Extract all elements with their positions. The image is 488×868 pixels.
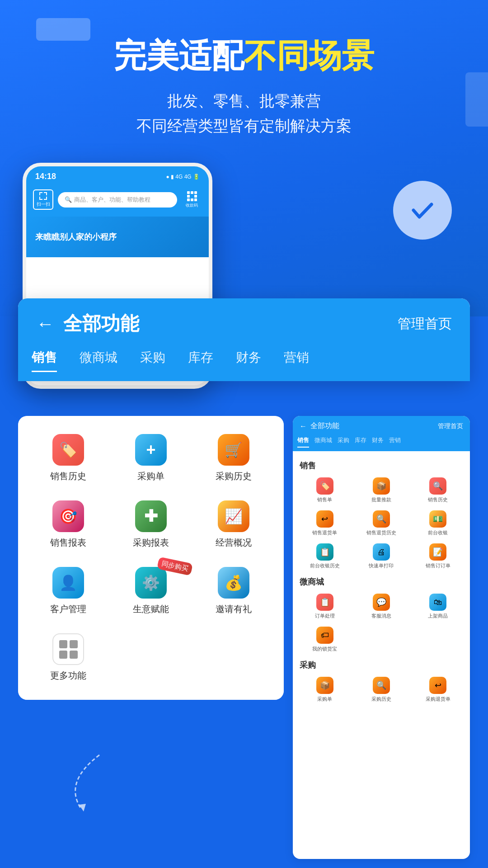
right-item-list-product[interactable]: 🛍 上架商品 [411, 591, 465, 622]
invite-gift-icon: 💰 [218, 567, 249, 599]
more-functions-label: 更多功能 [50, 670, 86, 682]
right-item-order-process[interactable]: 📋 订单处理 [297, 591, 352, 622]
right-list-product-label: 上架商品 [428, 613, 448, 619]
feature-item-business-empowerment[interactable]: ⚙️ 生意赋能 同步购买 [110, 558, 192, 624]
phone-qr-button[interactable]: 收款码 [182, 189, 202, 210]
right-tab-purchase[interactable]: 采购 [338, 436, 349, 448]
right-panel-content: 销售 🏷️ 销售单 📦 批量推款 🔍 销售历史 ↩ 销售退货单 [293, 451, 470, 712]
right-tab-sales[interactable]: 销售 [297, 436, 309, 448]
right-cashier-icon: 💵 [429, 510, 446, 528]
right-customer-msg-icon: 💬 [373, 594, 390, 611]
right-item-sales-history-small[interactable]: 🔍 销售历史 [411, 475, 465, 506]
right-item-cashier[interactable]: 💵 前台收银 [411, 508, 465, 539]
right-item-sales-return-history[interactable]: 🔍 销售退货历史 [354, 508, 408, 539]
right-item-lock-treasure[interactable]: 🏷 我的锁货宝 [297, 624, 352, 655]
feature-item-purchase-order[interactable]: + 采购单 [110, 425, 192, 491]
phone-search-area: 扫一扫 🔍 商品、客户、功能、帮助教程 [26, 185, 209, 217]
right-order-process-label: 订单处理 [315, 613, 335, 619]
phone-banner: 来瞧瞧别人家的小程序 [26, 217, 209, 257]
top-section: 完美适配不同场景 批发、零售、批零兼营 不同经营类型皆有定制解决方案 14:18… [0, 0, 488, 316]
right-item-cashier-history[interactable]: 📋 前台收银历史 [297, 541, 352, 572]
right-item-sales-return[interactable]: ↩ 销售退货单 [297, 508, 352, 539]
right-purchase-order-icon: 📦 [316, 677, 333, 694]
right-sales-order-label: 销售单 [317, 496, 332, 503]
right-tab-finance[interactable]: 财务 [372, 436, 384, 448]
right-item-purchase-return[interactable]: ↩ 采购退货单 [411, 674, 465, 705]
tab-marketing[interactable]: 营销 [284, 349, 309, 372]
checkmark-icon [407, 194, 438, 226]
right-sales-return-label: 销售退货单 [312, 529, 337, 536]
tab-sales[interactable]: 销售 [32, 349, 57, 372]
feature-grid: 🏷️ 销售历史 + 采购单 🛒 采购历史 🎯 销售报表 [18, 416, 284, 700]
right-panel-manage[interactable]: 管理首页 [438, 422, 463, 430]
right-sales-history-small-label: 销售历史 [428, 496, 448, 503]
right-quick-print-icon: 🖨 [373, 543, 390, 561]
right-sales-return-history-label: 销售退货历史 [366, 529, 396, 536]
right-item-sales-order[interactable]: 🏷️ 销售单 [297, 475, 352, 506]
purchase-order-icon: + [135, 434, 167, 466]
right-lock-treasure-label: 我的锁货宝 [312, 646, 337, 652]
purchase-order-label: 采购单 [137, 470, 164, 482]
feature-item-business-overview[interactable]: 📈 经营概况 [192, 491, 275, 558]
right-tab-inventory[interactable]: 库存 [355, 436, 366, 448]
right-item-sales-subscrib[interactable]: 📝 销售订订单 [411, 541, 465, 572]
feature-item-purchase-report[interactable]: ✚ 采购报表 [110, 491, 192, 558]
right-customer-msg-label: 客服消息 [371, 613, 391, 619]
right-panel-tabs: 销售 微商城 采购 库存 财务 营销 [293, 436, 470, 451]
panel-manage-home[interactable]: 管理首页 [398, 315, 452, 333]
purchase-report-label: 采购报表 [133, 537, 169, 549]
feature-item-sales-report[interactable]: 🎯 销售报表 [27, 491, 110, 558]
phone-status-icons: ● ▮ 4G 4G 🔋 [166, 174, 200, 180]
phone-banner-text: 来瞧瞧别人家的小程序 [35, 231, 117, 242]
right-tab-marketing[interactable]: 营销 [389, 436, 401, 448]
sales-report-icon: 🎯 [52, 500, 84, 532]
tab-purchase[interactable]: 采购 [140, 349, 165, 372]
feature-item-invite-gift[interactable]: 💰 邀请有礼 [192, 558, 275, 624]
purchase-history-icon: 🛒 [218, 434, 249, 466]
feature-item-more-functions[interactable]: 更多功能 [27, 624, 110, 691]
headline: 完美适配不同场景 [27, 36, 461, 75]
left-feature-panel: 🏷️ 销售历史 + 采购单 🛒 采购历史 🎯 销售报表 [18, 416, 284, 700]
right-sales-return-history-icon: 🔍 [373, 510, 390, 528]
right-purchase-hist-icon: 🔍 [373, 677, 390, 694]
right-tab-weshop[interactable]: 微商城 [314, 436, 332, 448]
purchase-report-icon: ✚ [135, 500, 167, 532]
right-purchase-hist-label: 采购历史 [371, 696, 391, 703]
invite-gift-label: 邀请有礼 [216, 603, 252, 615]
sales-history-label: 销售历史 [50, 470, 86, 482]
feature-item-sales-history[interactable]: 🏷️ 销售历史 [27, 425, 110, 491]
tab-inventory[interactable]: 库存 [188, 349, 213, 372]
search-placeholder-text: 商品、客户、功能、帮助教程 [74, 196, 150, 204]
right-item-purchase-order[interactable]: 📦 采购单 [297, 674, 352, 705]
phone-search-field[interactable]: 🔍 商品、客户、功能、帮助教程 [58, 192, 177, 208]
right-quick-print-label: 快速单打印 [369, 562, 394, 569]
checkmark-circle [393, 181, 452, 240]
function-panel: ← 全部功能 管理首页 销售 微商城 采购 库存 财务 营销 [18, 298, 470, 381]
headline-yellow: 不同场景 [244, 38, 374, 74]
dashed-arrow-decoration [54, 746, 145, 814]
phone-scan-button[interactable]: 扫一扫 [33, 189, 53, 210]
headline-white: 完美适配 [114, 38, 244, 74]
scan-label: 扫一扫 [37, 201, 50, 208]
right-section-sales-title: 销售 [300, 460, 463, 471]
bottom-section: 🏷️ 销售历史 + 采购单 🛒 采购历史 🎯 销售报表 [0, 407, 488, 868]
right-item-batch-push[interactable]: 📦 批量推款 [354, 475, 408, 506]
svg-marker-0 [79, 804, 86, 811]
qr-label: 收款码 [186, 203, 198, 208]
right-purchase-grid: 📦 采购单 🔍 采购历史 ↩ 采购退货单 [297, 674, 465, 705]
tab-finance[interactable]: 财务 [236, 349, 261, 372]
feature-item-customer-mgmt[interactable]: 👤 客户管理 [27, 558, 110, 624]
feature-item-purchase-history[interactable]: 🛒 采购历史 [192, 425, 275, 491]
right-order-process-icon: 📋 [316, 594, 333, 611]
right-item-customer-msg[interactable]: 💬 客服消息 [354, 591, 408, 622]
right-item-quick-print[interactable]: 🖨 快速单打印 [354, 541, 408, 572]
right-purchase-return-label: 采购退货单 [426, 696, 450, 703]
right-item-purchase-hist[interactable]: 🔍 采购历史 [354, 674, 408, 705]
right-sales-subscrib-label: 销售订订单 [426, 562, 450, 569]
right-back-arrow[interactable]: ← [300, 422, 307, 430]
tab-weshop[interactable]: 微商城 [80, 349, 117, 372]
back-arrow-icon[interactable]: ← [36, 314, 54, 334]
right-sales-subscrib-icon: 📝 [429, 543, 446, 561]
subtitle: 批发、零售、批零兼营 不同经营类型皆有定制解决方案 [27, 89, 461, 138]
right-cashier-label: 前台收银 [428, 529, 448, 536]
